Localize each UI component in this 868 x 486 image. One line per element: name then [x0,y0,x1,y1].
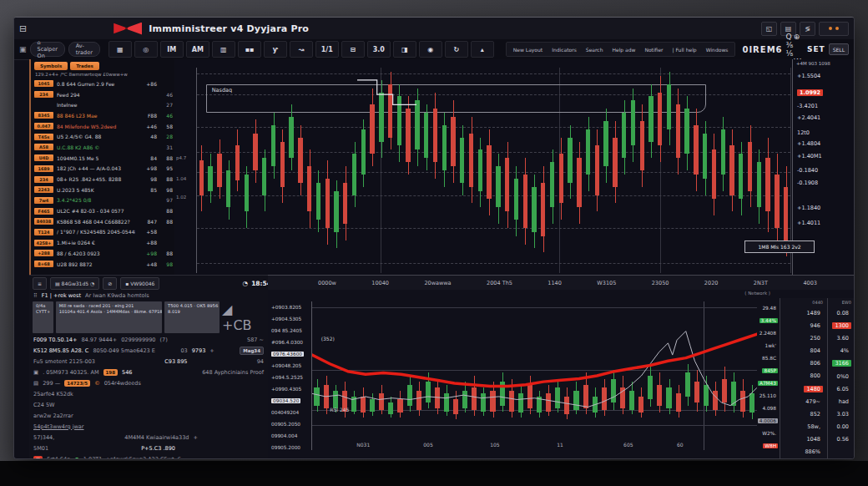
terminal-row[interactable]: 54p4t3ww4rq jwar [29,421,268,432]
terminal-menu-button[interactable]: ≡ [33,277,47,290]
titlebar[interactable]: ⊟ Immministreer v4 Dyyjara Pro ◱▤≶ [14,18,854,40]
dom-ask-cell[interactable]: 3166 [828,357,855,370]
dom-bid-cell[interactable]: 806 [780,357,827,370]
menu-item-1[interactable]: Indicators [552,47,577,53]
window-controls[interactable] [819,22,849,36]
market-watch-row[interactable]: F465UL2C #4 82-03 - 034 057788 [31,205,176,216]
toolbar-button-8[interactable]: 1/1 [315,41,339,58]
market-watch-row[interactable]: 7w43.4.2*425 0/897 [31,195,176,206]
toolbar-button-7[interactable]: ↝ [290,41,313,58]
market-watch-row[interactable]: T124/ 1°907 / K5245485 2045-05448+58 [31,227,176,238]
autotrader-button[interactable]: Av-trader [68,42,100,57]
dom-ask-cell[interactable]: 3.03 [828,408,855,421]
menu-item-3[interactable]: Help adw [612,47,635,53]
dom-bid-cell[interactable]: 852 [780,408,827,420]
market-watch-row[interactable]: 0.04784 Milefonde W5.2deed+4658 [31,121,176,132]
set-label[interactable]: SET [807,45,825,53]
dom-ask-cell[interactable]: 1300 [828,319,855,332]
printer-icon[interactable]: ⊟ [19,23,27,34]
sell-button[interactable]: SELL [829,43,849,55]
toolbar-button-5[interactable]: ▪▪ [238,41,261,58]
terminal-row[interactable]: ▦5rt4 64q●1.03T1. +r4pwrk5rwq3 A23 C5wt.… [29,453,268,458]
terminal-row[interactable]: 25arfe4 K52dk [29,388,268,399]
toolbar-button-1[interactable]: ◎ [134,41,158,58]
menu-item-5[interactable]: | Full help [673,47,697,53]
menu-item-6[interactable]: Windows [706,47,729,53]
terminal-row[interactable]: C24 5W [29,399,268,410]
market-watch-row[interactable]: 834588 846 L23 MaeF8846 [31,110,176,121]
terminal-row[interactable]: F009 T0.50.14+84.97 9444+0299999990(7)S8… [29,334,268,345]
dom-bid-cell[interactable]: 804 [780,345,827,357]
menu-item-2[interactable]: Search [586,47,603,53]
dom-ask-cell[interactable]: had [828,395,855,408]
scalper-toggle[interactable]: ⌂ Scalper On [30,42,65,57]
toolbar-button-11[interactable]: ◨ [393,41,416,58]
market-watch-row[interactable]: 2243U.2023 5 485K8598 [31,185,176,195]
dom-ask-cell[interactable]: 0.56 [828,433,855,446]
dom-bid-cell[interactable]: 250 [780,332,827,344]
toolbar-button-2[interactable]: ΙΜ [160,41,184,58]
market-watch-row[interactable]: A58U.C.88 K2 A86 ©31 [31,142,176,153]
dom-bid-cell[interactable]: 886% [780,446,827,458]
dom-ask-cell[interactable]: 3.60 [828,332,855,344]
terminal-order-field[interactable]: ▪ VW90046 [120,277,159,290]
terminal-row[interactable]: K512 8M5.85 A28. C8050-049 5mae6423 E039… [29,345,268,356]
terminal-row[interactable]: ⠿F1 | +rek westAr Iwan K9wda hemtols [29,290,268,301]
terminal-lock-button[interactable]: ⊘ [103,277,117,290]
market-watch-row[interactable]: 8+68U28 892 8872+4898 [31,259,176,270]
minimize-dot-icon[interactable] [829,27,832,30]
terminal-row[interactable]: Fu5 smetent 2125-003C93 89594 [29,356,268,367]
dom-bid-cell[interactable]: 800 [780,370,827,382]
dom-bid-cell[interactable]: 479~ [780,395,827,408]
market-watch-row[interactable]: 1689182 JCh +44 — A/A-0.043+9895 [31,164,176,175]
close-dot-icon[interactable] [835,27,839,30]
titlebar-tool-icon-0[interactable]: ◱ [761,22,777,36]
summary-block-b[interactable]: Mill re swda · raced 201 · eing 20110104… [56,301,162,333]
market-watch-tab-0[interactable]: Symbols [34,62,68,70]
toolbar-button-0[interactable]: ▦ [108,41,132,58]
dom-bid-cell[interactable]: 1480 [780,382,827,395]
dom-bid-cell[interactable]: 1489 [780,306,827,319]
toolbar-button-12[interactable]: ◉ [419,41,442,58]
summary-block-c[interactable]: T500 4.015 · OK5 89568.019 [164,301,220,333]
main-chart[interactable]: Nasdaq p4.71.041.02 [174,59,792,275]
bottom-chart-plot[interactable]: (352) RSI 245 N0310051051160560 [311,301,757,450]
terminal-account-button[interactable]: ▤ 84Gw31d5 ◔ [50,277,99,290]
dom-ask-cell[interactable]: 4% [828,345,855,357]
dom-ask-cell[interactable]: 0.00 [828,421,855,433]
toolbar-button-13[interactable]: ↻ [445,41,468,58]
dom-ask-cell[interactable]: 6.05 [828,382,855,395]
market-watch-row[interactable]: 84038K5868 58 468 044 C668822?84788 [31,216,176,227]
summary-block-a[interactable]: 0/4aCYTT+ [33,301,53,333]
dom-ask-cell[interactable]: 0.08 [828,306,855,319]
terminal-row[interactable]: ▣. 05M973 40325. AM198546648 Ayphciniain… [29,367,268,377]
market-watch-row[interactable]: T45sU5 2.4/5© G4. 884828 [31,131,176,142]
dom-bid-cell[interactable]: 1048 [780,433,827,446]
dom-bid-cell[interactable]: 58w, [780,421,827,433]
restore-icon[interactable]: ▣ [19,45,27,53]
toolbar-button-10[interactable]: 3.0 [367,41,391,58]
menu-item-4[interactable]: Notifier [644,47,663,53]
main-chart-plot[interactable]: Nasdaq [196,68,790,273]
menu-item-0[interactable]: New Layout [513,47,542,53]
market-watch-row[interactable]: Intelnee27 [31,99,176,110]
market-watch-row[interactable]: 4258+1.Mi+ie 0264 €+88 [31,237,176,248]
time-axis[interactable]: 0000w1004020wawwa2004 Th51140W3105230502… [268,275,854,291]
terminal-row[interactable]: ▤299 —14723/5©054r4wdeeds [29,377,268,388]
price-axis[interactable]: +4M 903 1098 1M8 Mls 163 2v2 +1.55041.09… [792,59,855,275]
market-watch-row[interactable]: U4D1094M0.15 Me 58488 [31,153,176,164]
market-watch-row[interactable]: 234Feed 29446 [31,89,176,100]
dom-bid-cell[interactable]: 946 [780,319,827,332]
timeframe-box[interactable]: 1M8 Mls 163 2v2 [744,240,815,253]
market-watch-tab-1[interactable]: Trades [70,62,99,70]
market-watch-row[interactable]: 23408+ R25 .842+455. 82889888 [31,174,176,185]
terminal-row[interactable]: arw2w 2a2rrar [29,410,268,421]
toolbar-button-4[interactable]: ▥ [212,41,235,58]
toolbar-button-3[interactable]: ΑΜ [186,41,209,58]
toolbar-button-9[interactable]: ⊟ [341,41,365,58]
market-watch-row[interactable]: +28888 / 6.4203 0923+9888 [31,248,176,259]
terminal-row[interactable]: 5M01P+5.C3 .890 [29,443,268,453]
toolbar-button-6[interactable]: ƴ [264,41,287,58]
market-watch-row[interactable]: 10450.8 644 Gurren 2.9 Fee+86 [31,78,176,89]
terminal-row[interactable]: 57)344,4M4M4 Kwiaairwi4a33d+ [29,432,268,443]
